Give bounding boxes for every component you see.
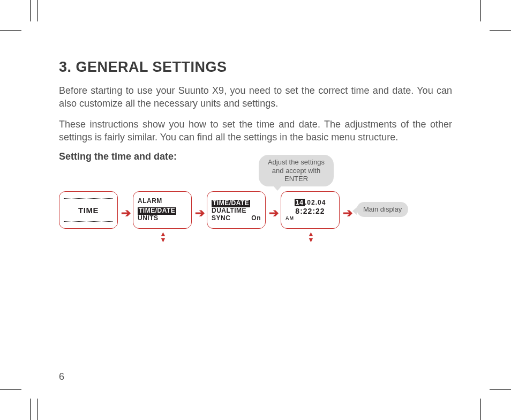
callout-adjust-enter: Adjust the settings and accept with ENTE… bbox=[259, 155, 334, 186]
screen-time: TIME bbox=[59, 191, 118, 229]
intro-paragraph-2: These instructions show you how to set t… bbox=[59, 118, 452, 144]
callout-main-display: Main display bbox=[357, 202, 408, 217]
menu-timedate-header: TIME/DATE bbox=[212, 200, 250, 207]
screen-menu-1: ALARM TIME/DATE UNITS bbox=[133, 191, 192, 229]
subheading: Setting the time and date: bbox=[59, 151, 452, 162]
edit-date-rest: .02.04 bbox=[305, 199, 326, 206]
page-number: 6 bbox=[59, 371, 64, 382]
arrow-icon: ➔ bbox=[269, 206, 279, 220]
menu-dualtime: DUALTIME bbox=[212, 207, 261, 215]
screen-menu-2: TIME/DATE DUALTIME SYNC On bbox=[207, 191, 266, 229]
menu-sync-label: SYNC bbox=[212, 215, 230, 222]
intro-paragraph-1: Before starting to use your Suunto X9, y… bbox=[59, 84, 452, 110]
page-content: 3. GENERAL SETTINGS Before starting to u… bbox=[59, 59, 452, 382]
menu-alarm: ALARM bbox=[138, 198, 187, 205]
screen-time-label: TIME bbox=[78, 206, 99, 215]
updown-icon: ▲▼ bbox=[307, 231, 314, 243]
menu-units: UNITS bbox=[138, 215, 187, 222]
menu-sync-value: On bbox=[251, 215, 261, 222]
updown-icon: ▲▼ bbox=[160, 231, 167, 243]
arrow-icon: ➔ bbox=[195, 206, 205, 220]
arrow-icon: ➔ bbox=[343, 206, 352, 220]
arrow-icon: ➔ bbox=[121, 206, 131, 220]
setting-time-diagram: Adjust the settings and accept with ENTE… bbox=[59, 172, 452, 268]
section-heading: 3. GENERAL SETTINGS bbox=[59, 59, 452, 76]
edit-ampm: AM bbox=[285, 215, 335, 221]
edit-time: 8:22:22 bbox=[285, 207, 335, 215]
edit-day-selected: 14 bbox=[295, 199, 305, 206]
screen-datetime-edit: 14.02.04 8:22:22 AM bbox=[281, 191, 340, 229]
menu-timedate-selected: TIME/DATE bbox=[138, 207, 176, 215]
